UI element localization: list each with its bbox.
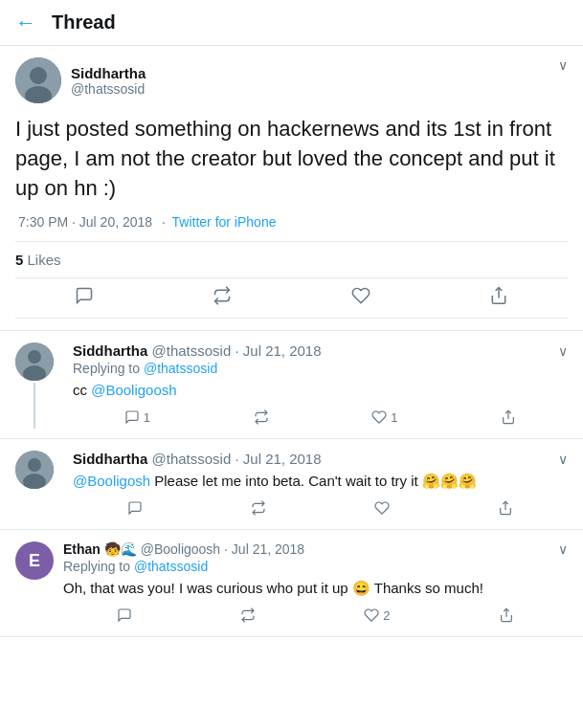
chevron-down-icon-2[interactable]: ∨ [558, 343, 568, 359]
tweet-text: I just posted something on hackernews an… [15, 115, 568, 203]
avatar [15, 57, 61, 103]
reply-author-row-3: E Ethan 🧒🌊 @Booligoosh · Jul 21, 2018 ∨ … [15, 541, 568, 625]
reply-content-1: Siddhartha @thatssosid · Jul 21, 2018 ∨ … [73, 342, 568, 427]
page-title: Thread [52, 11, 116, 33]
reply-like-button-2[interactable] [374, 500, 390, 516]
reply-reply-button-1[interactable]: 1 [124, 409, 150, 425]
chevron-down-icon[interactable]: ∨ [558, 57, 568, 73]
chevron-down-icon-3[interactable]: ∨ [558, 452, 568, 467]
likes-count: 5 [15, 252, 23, 268]
reply-handle-2: @thatssosid [152, 451, 232, 467]
reply-actions-3: 2 [63, 606, 568, 625]
likes-text: Likes [28, 252, 61, 268]
header: ← Thread [0, 0, 583, 46]
reply-content-3: Ethan 🧒🌊 @Booligoosh · Jul 21, 2018 ∨ Re… [63, 541, 568, 625]
reply-to-handle-1[interactable]: @thatssosid [144, 361, 217, 376]
reply-header-3: E Ethan 🧒🌊 @Booligoosh · Jul 21, 2018 ∨ … [15, 541, 568, 625]
reply-retweet-button-3[interactable] [240, 607, 256, 623]
reply-button[interactable] [75, 286, 94, 310]
like-button[interactable] [351, 286, 370, 310]
avatar-ethan: E [15, 541, 54, 580]
reply-handle-3: @Booligoosh [141, 541, 221, 557]
svg-point-1 [30, 67, 47, 84]
like-icon [351, 286, 370, 310]
retweet-icon [213, 286, 232, 310]
replying-to-3: Replying to @thatssosid [63, 559, 568, 574]
tweet-time: 7:30 PM · Jul 20, 2018 [18, 214, 152, 230]
reply-like-button-3[interactable]: 2 [364, 607, 390, 623]
reply-share-button-3[interactable] [499, 607, 514, 623]
avatar-small-1 [15, 342, 54, 381]
reply-date-2: · Jul 21, 2018 [235, 451, 321, 467]
replying-to-1: Replying to @thatssosid [73, 361, 568, 376]
main-tweet: Siddhartha @thatssosid ∨ I just posted s… [0, 46, 583, 331]
likes-bar: 5 Likes [15, 241, 568, 278]
reply-retweet-button-1[interactable] [254, 409, 269, 425]
thread-line [34, 383, 35, 429]
reply-date-1: · Jul 21, 2018 [235, 342, 321, 359]
author-info: Siddhartha @thatssosid [71, 65, 146, 97]
reply-tweet-1: Siddhartha @thatssosid · Jul 21, 2018 ∨ … [0, 331, 583, 439]
author-name: Siddhartha [71, 65, 146, 81]
separator: · [162, 214, 166, 230]
reply-count-1: 1 [144, 410, 150, 425]
chevron-down-icon-4[interactable]: ∨ [558, 541, 568, 557]
reply-content-2: Siddhartha @thatssosid · Jul 21, 2018 ∨ … [73, 451, 568, 518]
back-button[interactable]: ← [15, 11, 36, 35]
reply-header-1: Siddhartha @thatssosid · Jul 21, 2018 ∨ … [15, 342, 568, 427]
reply-icon [75, 286, 94, 310]
svg-point-9 [28, 458, 41, 472]
reply-name-1: Siddhartha [73, 342, 147, 359]
reply-text-1: cc @Booligoosh [73, 380, 568, 400]
retweet-button[interactable] [213, 286, 232, 310]
reply-to-handle-3[interactable]: @thatssosid [134, 559, 208, 574]
share-icon [489, 286, 508, 310]
reply-actions-1: 1 1 [73, 408, 568, 427]
main-action-bar [15, 278, 568, 319]
like-count-1: 1 [391, 410, 397, 425]
tweet-meta: 7:30 PM · Jul 20, 2018 · Twitter for iPh… [15, 214, 568, 230]
reply-like-button-1[interactable]: 1 [371, 409, 397, 425]
reply-name-3: Ethan [63, 541, 101, 557]
reply-header-2: Siddhartha @thatssosid · Jul 21, 2018 ∨ … [15, 451, 568, 518]
reply-date-3: · Jul 21, 2018 [224, 541, 304, 557]
reply-tweet-2: Siddhartha @thatssosid · Jul 21, 2018 ∨ … [0, 439, 583, 530]
reply-meta-2: Siddhartha @thatssosid · Jul 21, 2018 [73, 451, 322, 467]
reply-text-2: @Booligosh Please let me into beta. Can'… [73, 471, 568, 491]
reply-reply-button-3[interactable] [117, 607, 132, 623]
like-count-3: 2 [383, 608, 390, 623]
reply-meta-1: Siddhartha @thatssosid · Jul 21, 2018 [73, 342, 322, 359]
reply-name-2: Siddhartha [73, 451, 147, 467]
tweet-client[interactable]: Twitter for iPhone [172, 214, 277, 230]
mention-booligosh[interactable]: @Booligosh [73, 473, 150, 489]
reply-tweet-3: E Ethan 🧒🌊 @Booligoosh · Jul 21, 2018 ∨ … [0, 530, 583, 637]
reply-share-button-2[interactable] [498, 500, 513, 516]
reply-reply-button-2[interactable] [127, 500, 143, 516]
avatar-small-2 [15, 451, 54, 489]
reply-retweet-button-2[interactable] [251, 500, 266, 516]
reply-actions-2 [73, 498, 568, 518]
reply-share-button-1[interactable] [501, 409, 516, 425]
reply-author-row-1: Siddhartha @thatssosid · Jul 21, 2018 ∨ … [15, 342, 568, 427]
svg-point-5 [28, 350, 41, 364]
reply-meta-3: Ethan 🧒🌊 @Booligoosh · Jul 21, 2018 [63, 541, 304, 557]
reply-text-3: Oh, that was you! I was curious who put … [63, 578, 568, 598]
tweet-header: Siddhartha @thatssosid ∨ [15, 57, 568, 103]
share-button[interactable] [489, 286, 508, 310]
mention-booligoosh-1[interactable]: @Booligoosh [91, 382, 176, 398]
tweet-author: Siddhartha @thatssosid [15, 57, 146, 103]
ethan-emoji: 🧒🌊 [104, 541, 137, 557]
reply-author-row-2: Siddhartha @thatssosid · Jul 21, 2018 ∨ … [15, 451, 568, 518]
reply-handle-1: @thatssosid [152, 342, 232, 359]
author-handle: @thatssosid [71, 81, 146, 97]
